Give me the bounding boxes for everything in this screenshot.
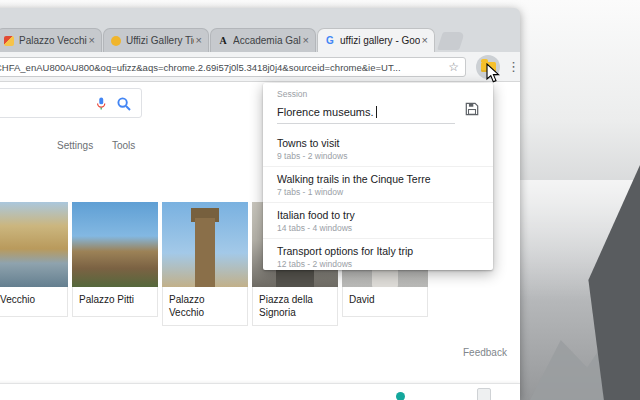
- session-title: Towns to visit: [277, 137, 479, 149]
- result-label: Palazzo Pitti: [72, 287, 158, 317]
- session-item-towns-to-visit[interactable]: Towns to visit 9 tabs - 2 windows: [263, 131, 493, 167]
- tab-palazzo-vecchio[interactable]: Palazzo Vecchio ×: [0, 28, 102, 52]
- session-section-label: Session: [277, 89, 479, 99]
- browser-menu-icon[interactable]: ⋮: [507, 56, 520, 78]
- session-manager-popup: Session Florence museums. Towns to visit…: [263, 83, 493, 270]
- result-label: David: [342, 287, 428, 317]
- settings-link[interactable]: Settings: [57, 140, 93, 151]
- result-thumbnail[interactable]: [72, 202, 158, 287]
- tab-strip: Palazzo Vecchio × Uffizi Gallery Tick × …: [0, 28, 520, 52]
- page-bottom-section: [0, 383, 520, 400]
- google-favicon-icon: G: [325, 36, 335, 46]
- new-tab-button[interactable]: [437, 32, 465, 50]
- url-text[interactable]: CHFA_enAU800AU800&oq=ufizz&aqs=chrome.2.…: [0, 62, 442, 73]
- save-session-button[interactable]: [465, 102, 479, 120]
- flag-favicon-icon: [4, 36, 14, 46]
- session-name-input[interactable]: Florence museums.: [277, 106, 455, 124]
- tools-link[interactable]: Tools: [112, 140, 135, 151]
- tab-close-icon[interactable]: ×: [194, 35, 204, 46]
- session-meta: 7 tabs - 1 window: [277, 187, 479, 197]
- tab-title: Accademia Gallery: [233, 35, 301, 46]
- session-meta: 9 tabs - 2 windows: [277, 151, 479, 161]
- mouse-cursor-icon: [486, 63, 500, 88]
- tab-uffizi-tickets[interactable]: Uffizi Gallery Tick ×: [103, 28, 209, 52]
- result-label: Piazza della Signoria: [252, 287, 338, 326]
- session-item-cinque-terre[interactable]: Walking trails in the Cinque Terre 7 tab…: [263, 167, 493, 203]
- text-caret: [376, 106, 377, 118]
- address-bar[interactable]: CHFA_enAU800AU800&oq=ufizz&aqs=chrome.2.…: [0, 57, 466, 77]
- tab-accademia-gallery[interactable]: A Accademia Gallery ×: [210, 28, 316, 52]
- result-thumbnail[interactable]: [0, 202, 68, 287]
- microphone-icon[interactable]: [95, 96, 107, 115]
- document-icon: [477, 388, 491, 400]
- session-title: Walking trails in the Cinque Terre: [277, 173, 479, 185]
- search-box[interactable]: [0, 88, 142, 118]
- session-name-value: Florence museums.: [277, 106, 374, 118]
- tab-close-icon[interactable]: ×: [420, 35, 430, 46]
- tab-title: Uffizi Gallery Tick: [126, 35, 194, 46]
- image-result-palazzo-pitti[interactable]: Palazzo Pitti: [72, 202, 158, 317]
- tab-close-icon[interactable]: ×: [301, 35, 311, 46]
- result-label: te Vecchio: [0, 287, 68, 317]
- tab-close-icon[interactable]: ×: [87, 35, 97, 46]
- status-dot-icon: [396, 392, 405, 400]
- tab-title: Palazzo Vecchio: [19, 35, 87, 46]
- feedback-link[interactable]: Feedback: [463, 347, 507, 358]
- result-label: Palazzo Vecchio: [162, 287, 248, 326]
- image-result-palazzo-vecchio[interactable]: Palazzo Vecchio: [162, 202, 248, 326]
- letter-a-favicon-icon: A: [218, 36, 228, 46]
- session-meta: 14 tabs - 4 windows: [277, 223, 479, 233]
- session-title: Transport options for Italy trip: [277, 245, 479, 257]
- tab-title: uffizi gallery - Goo: [340, 35, 420, 46]
- saved-sessions-list: Towns to visit 9 tabs - 2 windows Walkin…: [263, 131, 493, 274]
- result-thumbnail[interactable]: [162, 202, 248, 287]
- tab-uffizi-gallery-search[interactable]: G uffizi gallery - Goo ×: [317, 28, 435, 52]
- session-item-italian-food[interactable]: Italian food to try 14 tabs - 4 windows: [263, 203, 493, 239]
- desktop: Palazzo Vecchio × Uffizi Gallery Tick × …: [0, 0, 640, 400]
- browser-toolbar: CHFA_enAU800AU800&oq=ufizz&aqs=chrome.2.…: [0, 52, 520, 82]
- thumbnail-detail: [195, 218, 215, 287]
- search-icon[interactable]: [117, 97, 131, 115]
- yellow-dot-favicon-icon: [111, 36, 121, 46]
- bookmark-star-icon[interactable]: ☆: [442, 61, 465, 73]
- session-meta: 12 tabs - 2 windows: [277, 259, 479, 269]
- image-result-ponte-vecchio[interactable]: te Vecchio: [0, 202, 68, 317]
- session-item-transport-options[interactable]: Transport options for Italy trip 12 tabs…: [263, 239, 493, 274]
- session-title: Italian food to try: [277, 209, 479, 221]
